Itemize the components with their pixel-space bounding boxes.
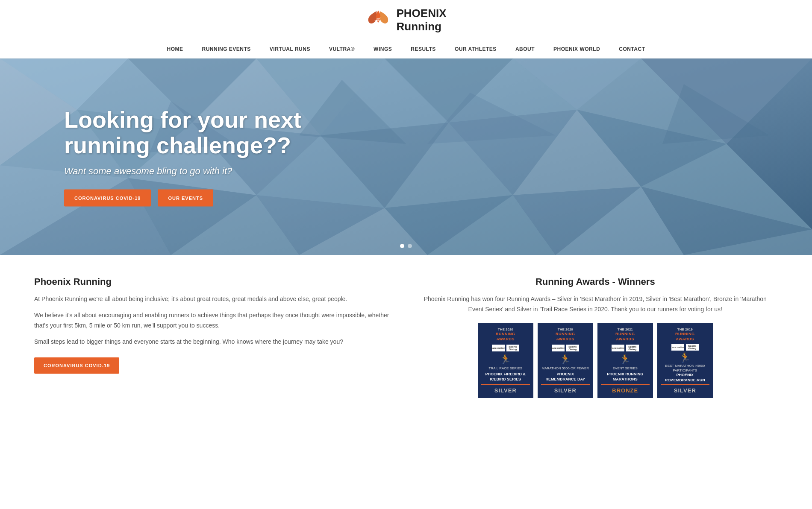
award-runner-icon: 🏃	[559, 354, 571, 365]
hero-content: Looking for your next running challenge?…	[64, 107, 303, 207]
nav-link-results[interactable]: RESULTS	[401, 40, 445, 58]
nav-item-running-events: RUNNING EVENTS	[192, 40, 260, 58]
events-button[interactable]: OUR EVENTS	[158, 190, 213, 207]
award-logos: race:nation SportsGiving	[612, 345, 639, 351]
phoenix-logo-icon	[365, 7, 391, 33]
award-category: MARATHON 5000 OR FEWER	[542, 366, 589, 371]
award-category: EVENT SERIES	[613, 366, 638, 371]
awards-col: Running Awards - Winners Phoenix Running…	[417, 276, 774, 398]
hero-subtitle: Want some awesome bling to go with it?	[64, 166, 303, 177]
nav-link-contact[interactable]: CONTACT	[609, 40, 654, 58]
award-logos: race:nation SportsGiving	[492, 345, 519, 351]
about-para2: We believe it's all about encouraging an…	[34, 310, 391, 331]
about-para1: At Phoenix Running we're all about being…	[34, 294, 391, 304]
award-medal: SILVER	[661, 384, 709, 394]
award-card-1: THE 2020 RUNNINGAWARDS race:nation Sport…	[538, 323, 593, 398]
nav-link-about[interactable]: ABOUT	[506, 40, 544, 58]
award-card-2: THE 2021 RUNNINGAWARDS race:nation Sport…	[597, 323, 653, 398]
awards-description: Phoenix Running has won four Running Awa…	[417, 294, 774, 315]
award-year: THE 2020 RUNNINGAWARDS	[556, 328, 575, 342]
logo-text: PHOENIX Running	[396, 7, 446, 33]
award-card-0: THE 2020 RUNNINGAWARDS race:nation Sport…	[478, 323, 533, 398]
covid-button[interactable]: CORONAVIRUS COVID-19	[64, 190, 151, 207]
award-runner-icon: 🏃	[619, 354, 631, 365]
nav-item-home: HOME	[157, 40, 192, 58]
award-year: THE 2020 RUNNINGAWARDS	[496, 328, 515, 342]
nav-item-results: RESULTS	[401, 40, 445, 58]
nav-link-running-events[interactable]: RUNNING EVENTS	[192, 40, 260, 58]
awards-title: Running Awards - Winners	[417, 276, 774, 287]
nav-item-virtual-runs: VIRTUAL RUNS	[260, 40, 320, 58]
logo-area: PHOENIX Running	[365, 7, 446, 33]
hero-section: Looking for your next running challenge?…	[0, 59, 812, 255]
slider-dots	[400, 244, 412, 248]
nav-item-wings: WINGS	[364, 40, 401, 58]
award-name: PHOENIX REMEMBRANCE DAY	[541, 372, 590, 382]
nav-link-vultra®[interactable]: VULTRA®	[320, 40, 364, 58]
awards-grid: THE 2020 RUNNINGAWARDS race:nation Sport…	[417, 323, 774, 398]
nav-link-our-athletes[interactable]: OUR ATHLETES	[445, 40, 506, 58]
award-category: BEST MARATHON >5000 PARTICIPANTS	[661, 363, 709, 373]
hero-title: Looking for your next running challenge?…	[64, 107, 303, 158]
nav-link-phoenix-world[interactable]: PHOENIX WORLD	[544, 40, 609, 58]
about-col: Phoenix Running At Phoenix Running we're…	[34, 276, 391, 398]
content-section: Phoenix Running At Phoenix Running we're…	[0, 255, 812, 419]
award-logos: race:nation SportsGiving	[552, 345, 579, 351]
dot-2[interactable]	[408, 244, 412, 248]
hero-buttons: CORONAVIRUS COVID-19 OUR EVENTS	[64, 190, 303, 207]
dot-1[interactable]	[400, 244, 404, 248]
award-medal: BRONZE	[601, 384, 650, 394]
about-title: Phoenix Running	[34, 276, 391, 287]
award-year: THE 2019 RUNNINGAWARDS	[675, 328, 695, 342]
nav-item-phoenix-world: PHOENIX WORLD	[544, 40, 609, 58]
award-year: THE 2021 RUNNINGAWARDS	[615, 328, 635, 342]
award-card-3: THE 2019 RUNNINGAWARDS race:nation Sport…	[657, 323, 713, 398]
about-para3: Small steps lead to bigger things and ev…	[34, 337, 391, 347]
about-covid-button[interactable]: CORONAVIRUS COVID-19	[34, 357, 119, 374]
award-medal: SILVER	[481, 384, 530, 394]
award-name: PHOENIX RUNNING MARATHONS	[601, 372, 650, 382]
site-header: PHOENIX Running HOMERUNNING EVENTSVIRTUA…	[0, 0, 812, 59]
nav-link-home[interactable]: HOME	[157, 40, 192, 58]
award-category: TRAIL RACE SERIES	[489, 366, 522, 371]
main-nav: HOMERUNNING EVENTSVIRTUAL RUNSVULTRA®WIN…	[157, 40, 654, 58]
nav-link-wings[interactable]: WINGS	[364, 40, 401, 58]
award-logos: race:nation SportsGiving	[671, 344, 699, 351]
nav-item-our-athletes: OUR ATHLETES	[445, 40, 506, 58]
nav-link-virtual-runs[interactable]: VIRTUAL RUNS	[260, 40, 320, 58]
nav-item-about: ABOUT	[506, 40, 544, 58]
award-runner-icon: 🏃	[679, 352, 691, 363]
award-name: PHOENIX REMEMBRANCE.RUN	[661, 373, 709, 383]
award-runner-icon: 🏃	[500, 354, 511, 365]
award-medal: SILVER	[541, 384, 590, 394]
nav-item-vultra®: VULTRA®	[320, 40, 364, 58]
award-name: PHOENIX FIREBIRD & ICEBIRD SERIES	[481, 372, 530, 382]
nav-item-contact: CONTACT	[609, 40, 654, 58]
